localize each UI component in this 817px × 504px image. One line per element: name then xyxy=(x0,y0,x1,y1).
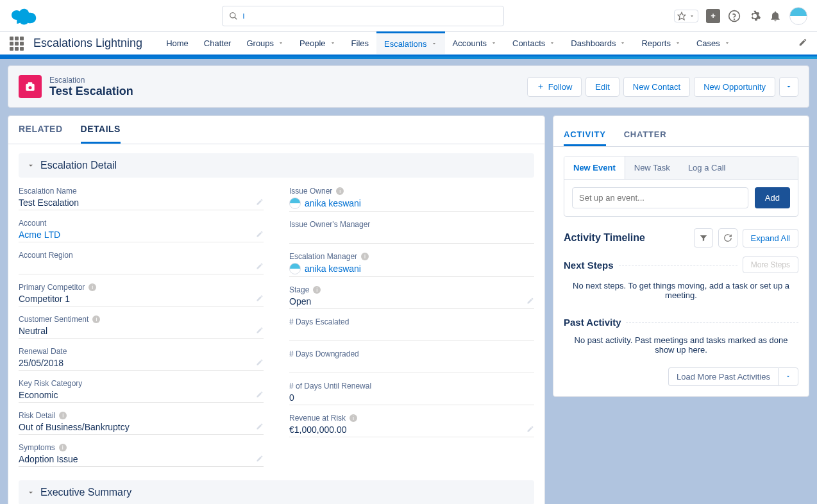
edit-button[interactable]: Edit xyxy=(585,77,619,97)
field-value: Open xyxy=(289,294,534,309)
global-actions-button[interactable]: + xyxy=(706,9,720,23)
nav-item-label: Cases xyxy=(696,38,720,48)
nav-item-label: Chatter xyxy=(204,38,232,48)
new-contact-button[interactable]: New Contact xyxy=(623,77,690,97)
edit-field-icon[interactable] xyxy=(256,262,264,272)
past-activity-title: Past Activity xyxy=(564,317,621,328)
field-value[interactable]: Acme LTD xyxy=(19,228,264,242)
edit-field-icon[interactable] xyxy=(256,326,264,336)
field-value[interactable]: anika keswani xyxy=(289,196,534,212)
nav-item-contacts[interactable]: Contacts xyxy=(505,32,563,55)
app-launcher-button[interactable] xyxy=(10,37,24,51)
favorites-button[interactable] xyxy=(674,10,698,22)
edit-field-icon[interactable] xyxy=(256,455,264,464)
tab-details[interactable]: DETAILS xyxy=(81,116,121,144)
chevron-down-icon[interactable] xyxy=(330,38,336,48)
two-column-layout: RELATED DETAILS Escalation Detail Escala… xyxy=(8,115,809,504)
nav-item-files[interactable]: Files xyxy=(344,32,376,55)
nav-item-home[interactable]: Home xyxy=(158,32,196,55)
user-avatar-icon xyxy=(289,263,301,274)
nav-items: HomeChatterGroupsPeopleFilesEscalationsA… xyxy=(158,32,738,55)
field-label: Renewal Date xyxy=(19,347,264,356)
setup-button[interactable] xyxy=(748,10,761,22)
composer-tab-log-call[interactable]: Log a Call xyxy=(679,156,735,179)
edit-field-icon[interactable] xyxy=(256,230,264,240)
edit-field-icon[interactable] xyxy=(526,425,534,435)
info-icon[interactable]: i xyxy=(59,412,67,419)
chevron-down-icon xyxy=(785,373,791,380)
field-label: # of Days Until Renewal xyxy=(289,382,534,391)
global-search[interactable] xyxy=(222,6,504,26)
load-more-dropdown[interactable] xyxy=(778,367,798,386)
user-avatar[interactable] xyxy=(789,7,807,25)
pencil-icon[interactable] xyxy=(798,38,807,49)
info-icon[interactable]: i xyxy=(350,414,357,422)
fields-right-col: Issue Ownerianika keswaniIssue Owner's M… xyxy=(289,183,534,471)
chevron-down-icon[interactable] xyxy=(724,38,730,48)
chevron-down-icon[interactable] xyxy=(549,38,555,48)
nav-item-escalations[interactable]: Escalations xyxy=(376,31,444,54)
edit-field-icon[interactable] xyxy=(256,358,264,368)
new-opportunity-button[interactable]: New Opportunity xyxy=(694,77,775,97)
composer-tab-new-task[interactable]: New Task xyxy=(625,156,679,179)
more-actions-button[interactable] xyxy=(779,77,798,97)
chevron-down-icon[interactable] xyxy=(431,39,437,49)
chevron-down-icon[interactable] xyxy=(278,38,284,48)
filter-button[interactable] xyxy=(694,228,713,248)
tab-related[interactable]: RELATED xyxy=(19,116,63,144)
info-icon[interactable]: i xyxy=(59,444,67,451)
edit-field-icon[interactable] xyxy=(256,391,264,400)
refresh-button[interactable] xyxy=(718,228,737,248)
field-label-text: Risk Detail xyxy=(19,411,55,420)
nav-item-label: Home xyxy=(166,38,189,48)
field-label-text: Key Risk Category xyxy=(19,379,82,388)
chevron-down-icon[interactable] xyxy=(619,38,626,48)
info-icon[interactable]: i xyxy=(92,315,100,323)
field-label: Stagei xyxy=(289,285,534,294)
expand-all-button[interactable]: Expand All xyxy=(743,229,798,248)
edit-field-icon[interactable] xyxy=(256,294,264,304)
load-more-button[interactable]: Load More Past Activities xyxy=(668,367,778,386)
section-executive-summary[interactable]: Executive Summary xyxy=(19,480,534,504)
nav-item-reports[interactable]: Reports xyxy=(634,32,689,55)
tab-activity[interactable]: ACTIVITY xyxy=(564,124,606,146)
search-input[interactable] xyxy=(243,11,497,21)
field-value-text: Competitor 1 xyxy=(19,294,70,304)
edit-field-icon[interactable] xyxy=(526,297,534,307)
help-button[interactable] xyxy=(728,10,741,22)
info-icon[interactable]: i xyxy=(313,286,321,294)
field-label: Account xyxy=(19,219,264,228)
add-button[interactable]: Add xyxy=(755,187,790,208)
section-escalation-detail[interactable]: Escalation Detail xyxy=(19,153,534,178)
tab-chatter[interactable]: CHATTER xyxy=(624,124,667,146)
info-icon[interactable]: i xyxy=(336,187,344,195)
field-value[interactable]: anika keswani xyxy=(289,261,534,277)
notifications-button[interactable] xyxy=(769,10,782,22)
edit-field-icon[interactable] xyxy=(256,198,264,208)
info-icon[interactable]: i xyxy=(88,283,96,291)
nav-item-chatter[interactable]: Chatter xyxy=(196,32,239,55)
more-steps-button[interactable]: More Steps xyxy=(743,256,798,273)
event-subject-input[interactable] xyxy=(572,187,748,208)
nav-item-dashboards[interactable]: Dashboards xyxy=(563,32,634,55)
field-value-text: Test Escalation xyxy=(19,197,79,208)
chevron-down-icon[interactable] xyxy=(491,38,497,48)
field-customerSentiment: Customer SentimentiNeutral xyxy=(19,311,264,343)
info-icon[interactable]: i xyxy=(361,253,369,260)
follow-button[interactable]: Follow xyxy=(527,77,582,97)
nav-item-people[interactable]: People xyxy=(292,32,343,55)
fields-grid: Escalation NameTest EscalationAccountAcm… xyxy=(19,183,534,471)
nav-item-groups[interactable]: Groups xyxy=(239,32,292,55)
edit-field-icon[interactable] xyxy=(256,423,264,432)
search-container xyxy=(51,6,674,26)
filter-icon xyxy=(699,233,708,242)
composer-tab-new-event[interactable]: New Event xyxy=(564,156,625,179)
field-value: €1,000,000.00 xyxy=(289,423,534,437)
chevron-down-icon[interactable] xyxy=(675,38,681,48)
field-revenueAtRisk: Revenue at Riski€1,000,000.00 xyxy=(289,410,534,442)
field-value xyxy=(289,326,534,341)
follow-label: Follow xyxy=(548,82,573,92)
nav-item-cases[interactable]: Cases xyxy=(689,32,738,55)
past-activity-empty-msg: No past activity. Past meetings and task… xyxy=(564,328,798,362)
nav-item-accounts[interactable]: Accounts xyxy=(445,32,505,55)
